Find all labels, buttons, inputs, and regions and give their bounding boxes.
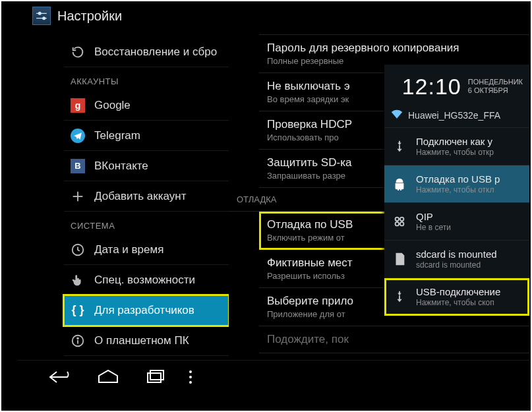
plus-icon: [71, 189, 85, 204]
notification-panel: 12:10 ПОНЕДЕЛЬНИК 6 ОКТЯБРЯ Huawei_HG532…: [384, 65, 529, 316]
svg-point-13: [400, 222, 404, 226]
qip-icon: [391, 214, 408, 229]
svg-point-10: [396, 218, 399, 221]
sidebar-item-developer-options[interactable]: { } Для разработчиков: [64, 295, 229, 326]
nav-home-button[interactable]: [92, 365, 125, 389]
vk-icon: B: [71, 159, 85, 173]
sidebar-item-add-account[interactable]: Добавить аккаунт: [64, 181, 229, 212]
navigation-bar: [18, 360, 529, 393]
nav-back-button[interactable]: [44, 365, 77, 389]
sidebar-item-label: Для разработчиков: [94, 304, 194, 317]
wifi-icon: [391, 109, 403, 121]
notification-usb-connected[interactable]: Подключен как у Нажмите, чтобы откр: [384, 128, 529, 165]
google-icon: g: [71, 98, 85, 113]
notification-sdcard-mounted[interactable]: sdcard is mounted sdcard is mounted: [384, 241, 529, 278]
settings-sidebar: Восстановление и сбро АККАУНТЫ g Google …: [18, 30, 229, 360]
sidebar-section-system: СИСТЕМА: [64, 212, 229, 235]
clock-date: 6 ОКТЯБРЯ: [468, 86, 523, 95]
svg-point-3: [43, 17, 45, 20]
svg-point-1: [38, 13, 41, 15]
sidebar-section-accounts: АККАУНТЫ: [64, 67, 229, 90]
sidebar-item-label: Добавить аккаунт: [94, 190, 187, 203]
sidebar-item-backup-restore[interactable]: Восстановление и сбро: [64, 37, 229, 67]
hand-icon: [71, 273, 85, 287]
clock-icon: [71, 243, 85, 257]
refresh-icon: [71, 45, 85, 59]
wifi-row[interactable]: Huawei_HG532e_FFA: [384, 105, 529, 128]
svg-point-12: [396, 222, 399, 226]
nav-recent-button[interactable]: [139, 365, 172, 389]
page-title: Настройки: [57, 9, 122, 24]
wifi-ssid: Huawei_HG532e_FFA: [408, 110, 500, 121]
settings-icon: [32, 7, 51, 25]
braces-icon: { }: [71, 303, 85, 318]
notification-usb-debugging[interactable]: Отладка по USB р Нажмите, чтобы откл: [384, 165, 529, 203]
sdcard-icon: [391, 250, 408, 268]
notification-usb-connection[interactable]: USB-подключение Нажмите, чтобы скоп: [384, 278, 529, 316]
clock-time: 12:10: [402, 74, 461, 100]
nav-menu-button[interactable]: [189, 376, 192, 378]
sidebar-item-accessibility[interactable]: Спец. возможности: [64, 265, 229, 295]
android-icon: [391, 175, 408, 192]
detail-item-wait[interactable]: Подождите, пок: [259, 326, 529, 353]
notification-qip[interactable]: QIP Не в сети: [384, 203, 529, 241]
sidebar-item-label: Telegram: [94, 129, 140, 142]
sidebar-item-label: Google: [94, 99, 131, 112]
sidebar-item-telegram[interactable]: Telegram: [64, 121, 229, 151]
sidebar-item-google[interactable]: g Google: [64, 90, 229, 121]
usb-icon: [391, 288, 408, 305]
clock-day: ПОНЕДЕЛЬНИК: [468, 78, 523, 86]
sidebar-item-label: Дата и время: [94, 243, 163, 256]
sidebar-item-label: Спец. возможности: [94, 274, 195, 287]
usb-icon: [391, 138, 408, 155]
info-icon: [71, 334, 85, 348]
telegram-icon: [71, 129, 85, 143]
sidebar-item-vkontakte[interactable]: B ВКонтакте: [64, 151, 229, 181]
sidebar-item-label: ВКонтакте: [94, 160, 148, 173]
sidebar-item-label: О планшетном ПК: [94, 334, 189, 347]
sidebar-item-label: Восстановление и сбро: [94, 45, 217, 59]
svg-point-9: [77, 338, 78, 339]
sidebar-item-about-tablet[interactable]: О планшетном ПК: [64, 326, 229, 356]
svg-point-11: [400, 218, 404, 221]
status-header: 12:10 ПОНЕДЕЛЬНИК 6 ОКТЯБРЯ: [384, 65, 529, 105]
sidebar-item-date-time[interactable]: Дата и время: [64, 235, 229, 265]
